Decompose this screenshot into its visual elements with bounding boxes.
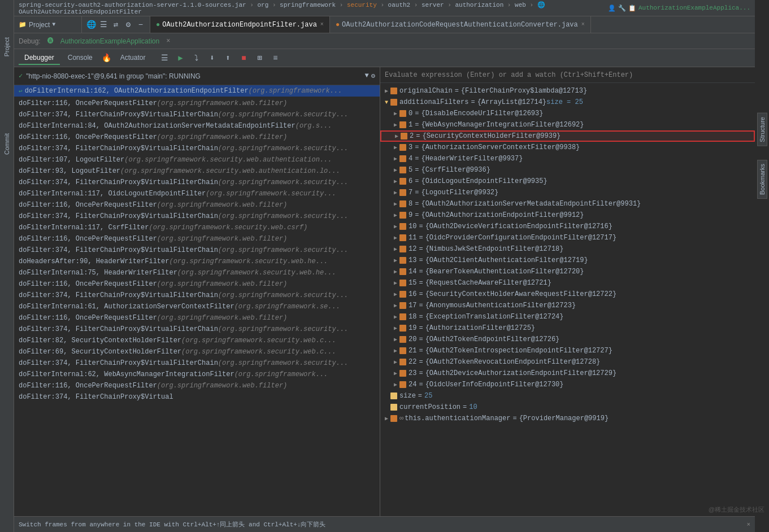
globe-icon[interactable]: 🌐 <box>85 19 97 30</box>
frame-item[interactable]: doFilterInternal:117, OidcLogoutEndpoint… <box>14 188 380 199</box>
bookmarks-tab[interactable]: Bookmarks <box>757 160 767 199</box>
tab-console[interactable]: Console <box>62 51 98 65</box>
expand-icon[interactable]: ▶ <box>394 110 397 117</box>
frame-item[interactable]: doFilter:93, LogoutFilter (org.springfra… <box>14 165 380 177</box>
var-current-position[interactable]: ▶ currentPosition = 10 <box>380 402 755 413</box>
var-original-chain[interactable]: ▶ originalChain = {FilterChainProxy$lamb… <box>380 85 755 97</box>
var-filter-18[interactable]: ▶ 18 = {ExceptionTranslationFilter@12724… <box>380 311 755 322</box>
project-dropdown-icon[interactable]: ▼ <box>52 21 55 28</box>
var-filter-23[interactable]: ▶ 23 = {OAuth2DeviceAuthorizationEndpoin… <box>380 368 755 379</box>
frame-item[interactable]: doFilterInternal:75, HeaderWriterFilter … <box>14 267 380 278</box>
step-into-btn[interactable]: ⬇ <box>205 51 219 65</box>
var-filter-15[interactable]: ▶ 15 = {RequestCacheAwareFilter@12721} <box>380 277 755 289</box>
frame-item[interactable]: doFilter:116, OncePerRequestFilter (org.… <box>14 199 380 211</box>
frame-item[interactable]: doFilter:116, OncePerRequestFilter (org.… <box>14 312 380 324</box>
resume-btn[interactable]: ▶ <box>173 51 187 65</box>
frame-item[interactable]: doFilter:116, OncePerRequestFilter (org.… <box>14 132 380 143</box>
var-filter-12[interactable]: ▶ 12 = {NimbusJwkSetEndpointFilter@12718… <box>380 243 755 255</box>
structure-tab[interactable]: Structure <box>757 113 767 146</box>
expand-icon[interactable]: ▶ <box>394 178 397 185</box>
step-out-btn[interactable]: ⬆ <box>221 51 234 65</box>
frame-item[interactable]: doFilter:374, FilterChainProxy$VirtualFi… <box>14 357 380 369</box>
expand-icon[interactable]: ▶ <box>394 234 397 241</box>
var-filter-7[interactable]: ▶ 7 = {LogoutFilter@9932} <box>380 187 755 198</box>
step-over-btn[interactable]: ⤵ <box>189 51 203 65</box>
frame-item[interactable]: doFilter:107, LogoutFilter (org.springfr… <box>14 154 380 165</box>
expand-icon[interactable]: ▶ <box>394 200 397 207</box>
frame-item[interactable]: doFilter:374, FilterChainProxy$VirtualFi… <box>14 324 380 335</box>
frame-item[interactable]: doFilter:374, FilterChainProxy$Virtual <box>14 391 380 403</box>
expand-icon[interactable]: ▶ <box>394 336 397 343</box>
expand-icon[interactable]: ▶ <box>394 189 397 196</box>
list-icon[interactable]: ☰ <box>98 19 109 30</box>
project-tab[interactable]: Project <box>2 34 11 60</box>
var-auth-manager[interactable]: ▶ ∞ this.authenticationManager = {Provid… <box>380 413 755 424</box>
frame-item[interactable]: doFilterInternal:117, CsrfFilter (org.sp… <box>14 222 380 233</box>
tab-debugger[interactable]: Debugger <box>19 51 60 65</box>
var-additional-filters[interactable]: ▼ additionalFilters = {ArrayList@12714} … <box>380 97 755 108</box>
var-filter-14[interactable]: ▶ 14 = {BearerTokenAuthenticationFilter@… <box>380 266 755 277</box>
var-filter-3[interactable]: ▶ 3 = {AuthorizationServerContextFilter@… <box>380 142 755 153</box>
settings-btn[interactable]: ≡ <box>268 51 282 65</box>
var-filter-16[interactable]: ▶ 16 = {SecurityContextHolderAwareReques… <box>380 289 755 300</box>
gear-icon[interactable]: ⚙ <box>123 19 134 30</box>
expand-icon[interactable]: ▶ <box>394 381 397 388</box>
expand-icon[interactable]: ▶ <box>394 325 397 332</box>
var-filter-20[interactable]: ▶ 20 = {OAuth2TokenEndpointFilter@12726} <box>380 334 755 345</box>
expand-icon[interactable]: ▶ <box>394 370 397 377</box>
frame-item[interactable]: doFilter:116, OncePerRequestFilter (org.… <box>14 278 380 290</box>
var-filter-2[interactable]: ▶ 2 = {SecurityContextHolderFilter@9939} <box>380 130 755 142</box>
expand-icon[interactable]: ▶ <box>394 291 397 298</box>
expand-icon[interactable]: ▶ <box>394 268 397 275</box>
debug-close-btn[interactable]: × <box>166 37 170 45</box>
grid-btn[interactable]: ⊞ <box>253 51 266 65</box>
expand-icon[interactable]: ▶ <box>394 121 397 128</box>
expand-icon[interactable]: ▶ <box>394 246 397 252</box>
var-filter-22[interactable]: ▶ 22 = {OAuth2TokenRevocationEndpointFil… <box>380 356 755 368</box>
debug-app-name[interactable]: AuthorizationExampleApplication <box>60 37 159 45</box>
eval-placeholder[interactable]: Evaluate expression (Enter) or add a wat… <box>385 71 750 79</box>
expand-icon[interactable]: ▶ <box>394 302 397 309</box>
expand-icon[interactable]: ▶ <box>394 167 397 173</box>
frame-item[interactable]: doFilterInternal:62, WebAsyncManagerInte… <box>14 369 380 380</box>
var-size[interactable]: ▶ size = 25 <box>380 390 755 402</box>
expand-icon[interactable]: ▶ <box>394 347 397 354</box>
expand-icon[interactable]: ▶ <box>394 280 397 286</box>
frame-item[interactable]: doFilter:116, OncePerRequestFilter (org.… <box>14 380 380 391</box>
frame-item[interactable]: doFilter:374, FilterChainProxy$VirtualFi… <box>14 245 380 256</box>
expand-icon[interactable]: ▶ <box>394 359 397 365</box>
filter-icon[interactable]: ▼ <box>365 72 369 80</box>
frame-item[interactable]: doHeadersAfter:90, HeaderWriterFilter (o… <box>14 256 380 267</box>
frame-item[interactable]: doFilter:116, OncePerRequestFilter (org.… <box>14 98 380 109</box>
expand-icon[interactable]: ▶ <box>395 133 398 139</box>
frame-item[interactable]: doFilter:374, FilterChainProxy$VirtualFi… <box>14 211 380 222</box>
var-filter-9[interactable]: ▶ 9 = {OAuth2AuthorizationEndpointFilter… <box>380 210 755 221</box>
var-filter-5[interactable]: ▶ 5 = {CsrfFilter@9936} <box>380 164 755 176</box>
project-panel[interactable]: 📁 Project ▼ <box>14 16 82 33</box>
settings2-icon[interactable]: ⚙ <box>371 72 375 80</box>
tab-actuator[interactable]: Actuator <box>115 51 151 65</box>
minus-icon[interactable]: − <box>135 19 146 30</box>
expand-icon[interactable]: ▶ <box>394 144 397 151</box>
frame-item[interactable]: doFilterInternal:84, OAuth2Authorization… <box>14 120 380 132</box>
show-frames-btn[interactable]: ☰ <box>158 51 171 65</box>
frame-item[interactable]: doFilter:82, SecurityContextHolderFilter… <box>14 335 380 346</box>
var-filter-11[interactable]: ▶ 11 = {OidcProviderConfigurationEndpoin… <box>380 232 755 243</box>
breadcrumb-right-tab1[interactable]: AuthorizationExampleApplica... <box>638 5 750 11</box>
expand-icon[interactable]: ▶ <box>394 223 397 230</box>
tab-auth-endpoint[interactable]: ● OAuth2AuthorizationEndpointFilter.java… <box>150 16 330 33</box>
var-filter-13[interactable]: ▶ 13 = {OAuth2ClientAuthenticationFilter… <box>380 255 755 266</box>
expand-icon[interactable]: ▶ <box>394 155 397 162</box>
var-filter-24[interactable]: ▶ 24 = {OidcUserInfoEndpointFilter@12730… <box>380 379 755 390</box>
expand-icon[interactable]: ▶ <box>394 313 397 320</box>
frame-item[interactable]: doFilter:374, FilterChainProxy$VirtualFi… <box>14 143 380 154</box>
expand-icon[interactable]: ▼ <box>385 99 388 106</box>
var-filter-10[interactable]: ▶ 10 = {OAuth2DeviceVerificationEndpoint… <box>380 221 755 232</box>
bottom-close-btn[interactable]: × <box>746 521 750 528</box>
var-filter-8[interactable]: ▶ 8 = {OAuth2AuthorizationServerMetadata… <box>380 198 755 210</box>
var-filter-4[interactable]: ▶ 4 = {HeaderWriterFilter@9937} <box>380 153 755 164</box>
expand-icon[interactable]: ▶ <box>394 257 397 264</box>
frame-item[interactable]: doFilter:374, FilterChainProxy$VirtualFi… <box>14 177 380 188</box>
var-filter-21[interactable]: ▶ 21 = {OAuth2TokenIntrospectionEndpoint… <box>380 345 755 356</box>
var-filter-6[interactable]: ▶ 6 = {OidcLogoutEndpointFilter@9935} <box>380 176 755 187</box>
